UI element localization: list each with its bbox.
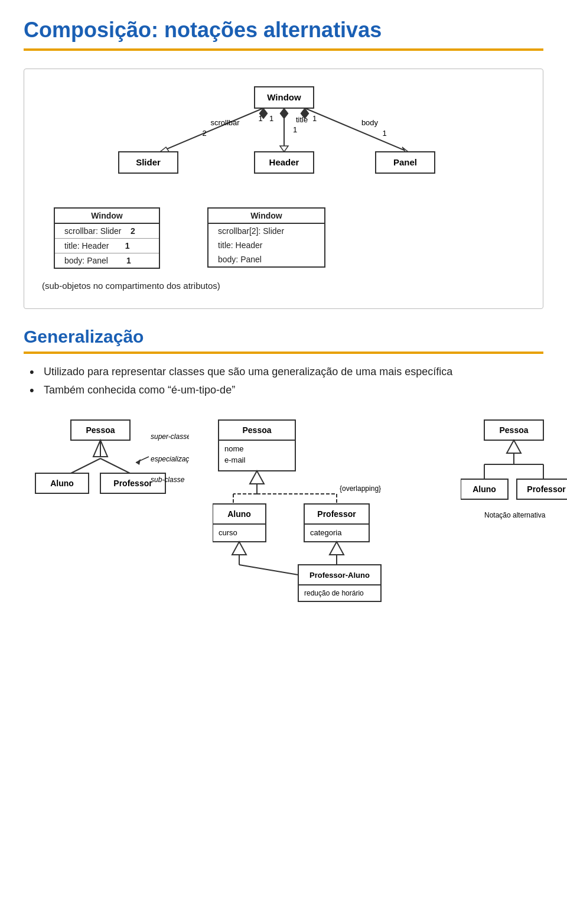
svg-text:especialização: especialização <box>151 455 189 463</box>
bullet-list: Utilizado para representar classes que s… <box>24 366 543 396</box>
svg-text:Window: Window <box>267 92 301 102</box>
svg-text:1: 1 <box>382 129 386 138</box>
svg-text:super-classe: super-classe <box>151 432 189 441</box>
diagram1-svg: Pessoa Aluno Professor super-classe espe… <box>24 414 189 520</box>
svg-text:Professor: Professor <box>113 479 152 488</box>
window-obj1-attr1: scrollbar: Slider 2 <box>55 224 159 238</box>
svg-text:e-mail: e-mail <box>224 456 246 464</box>
diagram3: Pessoa Aluno Professor Notação alternati… <box>461 414 567 535</box>
title-underline <box>24 48 543 51</box>
svg-text:Pessoa: Pessoa <box>242 425 271 435</box>
window-obj1-attr2: title: Header 1 <box>55 238 159 253</box>
svg-marker-10 <box>280 146 288 152</box>
window-obj2-attr1: scrollbar[2]: Slider <box>208 224 324 238</box>
svg-text:curso: curso <box>219 528 237 537</box>
svg-line-69 <box>239 565 298 575</box>
svg-text:1: 1 <box>312 114 317 123</box>
window-obj1-attr3: body: Panel 1 <box>55 253 159 268</box>
svg-text:Aluno: Aluno <box>227 509 251 519</box>
svg-line-14 <box>305 108 408 152</box>
svg-text:categoria: categoria <box>310 528 342 537</box>
svg-text:redução de horário: redução de horário <box>304 589 364 597</box>
svg-line-2 <box>160 108 263 152</box>
diagram3-svg: Pessoa Aluno Professor Notação alternati… <box>461 414 567 532</box>
section2-underline <box>24 352 543 354</box>
window-obj2-attr3: body: Panel <box>208 252 324 266</box>
composition-section: Window scrollbar 2 1 title 1 1 body 1 1 … <box>24 69 543 309</box>
svg-text:1: 1 <box>269 114 273 123</box>
page-title: Composição: notações alternativas <box>24 18 543 43</box>
diagram2-svg: Pessoa nome e-mail {overlapping} Aluno <box>213 414 437 603</box>
window-object-2: Window scrollbar[2]: Slider title: Heade… <box>207 207 325 268</box>
svg-marker-67 <box>232 542 246 555</box>
svg-text:Aluno: Aluno <box>50 479 74 488</box>
svg-text:Professor: Professor <box>527 484 566 494</box>
svg-text:scrollbar: scrollbar <box>210 118 240 127</box>
diagram2: Pessoa nome e-mail {overlapping} Aluno <box>213 414 437 606</box>
svg-marker-46 <box>250 471 264 484</box>
svg-text:Professor-Aluno: Professor-Aluno <box>309 571 370 580</box>
generalization-diagrams: Pessoa Aluno Professor super-classe espe… <box>24 414 543 606</box>
svg-text:Pessoa: Pessoa <box>499 425 528 435</box>
svg-text:sub-classe: sub-classe <box>151 476 185 484</box>
svg-line-28 <box>71 458 100 473</box>
svg-marker-72 <box>507 440 521 453</box>
svg-text:Pessoa: Pessoa <box>86 425 115 435</box>
svg-text:Slider: Slider <box>136 157 161 167</box>
svg-marker-61 <box>330 542 344 555</box>
bullet-item-2: Também conhecida como “é-um-tipo-de” <box>30 384 543 396</box>
svg-text:2: 2 <box>202 129 206 138</box>
svg-text:Professor: Professor <box>317 509 356 519</box>
svg-text:1: 1 <box>293 125 297 134</box>
svg-text:1: 1 <box>258 114 262 123</box>
svg-text:Notação alternativa: Notação alternativa <box>484 511 546 519</box>
window-object-1: Window scrollbar: Slider 2 title: Header… <box>54 207 160 269</box>
svg-text:Aluno: Aluno <box>472 484 496 494</box>
window-obj2-attr2: title: Header <box>208 238 324 252</box>
section2-title: Generalização <box>24 327 543 347</box>
bullet-item-1: Utilizado para representar classes que s… <box>30 366 543 378</box>
top-class-diagram: Window scrollbar 2 1 title 1 1 body 1 1 … <box>42 81 562 199</box>
window-obj1-title: Window <box>55 209 159 224</box>
svg-text:Panel: Panel <box>393 157 417 167</box>
generalization-section: Generalização Utilizado para representar… <box>24 327 543 606</box>
svg-text:body: body <box>361 118 379 127</box>
svg-line-29 <box>100 458 130 473</box>
window-obj2-title: Window <box>208 209 324 224</box>
svg-marker-9 <box>280 108 288 119</box>
svg-text:{overlapping}: {overlapping} <box>340 484 381 493</box>
svg-text:Header: Header <box>269 157 299 167</box>
svg-text:nome: nome <box>224 444 244 453</box>
caption-sub-objetos: (sub-objetos no compartimento dos atribu… <box>42 281 525 291</box>
diagram1: Pessoa Aluno Professor super-classe espe… <box>24 414 189 523</box>
